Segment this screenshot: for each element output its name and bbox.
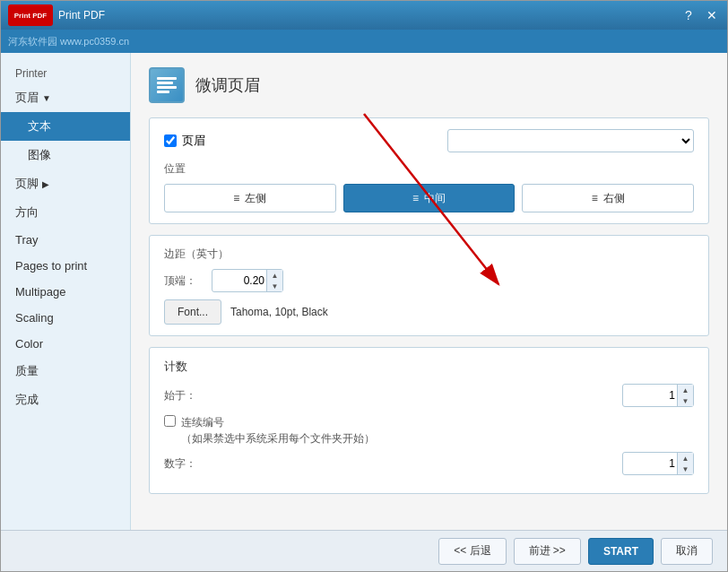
panel-header: 微调页眉 xyxy=(149,67,709,103)
help-button[interactable]: ? xyxy=(680,7,697,23)
top-spin-down[interactable]: ▼ xyxy=(266,281,282,291)
pos-center-icon: ≡ xyxy=(412,192,419,204)
sidebar-item-color-label: Color xyxy=(15,337,43,351)
number-spin-up[interactable]: ▲ xyxy=(677,453,693,464)
content-area: Printer 页眉 ▼ 文本 图像 页脚 ▶ 方向 Tray Page xyxy=(1,53,727,530)
sidebar-item-image-label: 图像 xyxy=(28,147,51,163)
watermark-bar: 河东软件园 www.pc0359.cn xyxy=(1,30,727,53)
sidebar-item-tray[interactable]: Tray xyxy=(1,227,130,253)
font-button[interactable]: Font... xyxy=(164,299,221,325)
continuous-note: （如果禁选中系统采用每个文件夹开始） xyxy=(181,430,375,446)
continuous-checkbox[interactable] xyxy=(164,415,176,427)
header-checkbox[interactable] xyxy=(164,134,177,147)
pos-left-icon: ≡ xyxy=(233,192,239,204)
start-input-wrap: ▲ ▼ xyxy=(622,384,694,407)
start-spin-down[interactable]: ▼ xyxy=(677,395,693,406)
continuous-checkbox-row: 连续编号 （如果禁选中系统采用每个文件夹开始） xyxy=(164,414,694,446)
bottom-bar: << 后退 前进 >> START 取消 xyxy=(1,530,727,571)
sidebar-item-footer-label: 页脚 xyxy=(15,176,39,192)
sidebar-item-header-label: 页眉 xyxy=(15,90,39,106)
icon-line-3 xyxy=(157,86,177,89)
top-input-wrap: ▲ ▼ xyxy=(212,269,283,292)
title-bar-controls: ? ✕ xyxy=(680,7,720,23)
sidebar-item-finish-label: 完成 xyxy=(15,392,39,408)
panel-icon-lines xyxy=(157,77,177,93)
panel-title: 微调页眉 xyxy=(195,74,260,96)
footer-arrow-icon: ▶ xyxy=(42,179,49,189)
count-section-box: 计数 始于： ▲ ▼ xyxy=(149,347,709,494)
continuous-labels: 连续编号 （如果禁选中系统采用每个文件夹开始） xyxy=(181,414,375,446)
sidebar: Printer 页眉 ▼ 文本 图像 页脚 ▶ 方向 Tray Page xyxy=(1,53,131,530)
app-logo: Print PDF xyxy=(8,4,53,26)
back-button[interactable]: << 后退 xyxy=(438,538,506,565)
close-button[interactable]: ✕ xyxy=(704,7,720,23)
number-spin-down[interactable]: ▼ xyxy=(677,464,693,474)
sidebar-item-text-label: 文本 xyxy=(28,118,51,134)
header-section-box: 页眉 位置 ≡ 左侧 xyxy=(149,117,709,224)
icon-line-2 xyxy=(157,82,173,84)
sidebar-item-text[interactable]: 文本 xyxy=(1,112,130,141)
sidebar-item-quality-label: 质量 xyxy=(15,363,39,379)
pos-right-label: 右侧 xyxy=(603,191,625,206)
header-checkbox-label[interactable]: 页眉 xyxy=(182,133,205,149)
sidebar-item-finish[interactable]: 完成 xyxy=(1,386,130,414)
header-arrow-icon: ▼ xyxy=(42,93,51,103)
header-checkbox-row: 页眉 xyxy=(164,129,694,152)
forward-button[interactable]: 前进 >> xyxy=(514,538,581,565)
margin-label: 边距（英寸） xyxy=(164,247,694,262)
start-spin-buttons: ▲ ▼ xyxy=(677,385,693,406)
top-spin-up[interactable]: ▲ xyxy=(266,270,282,281)
count-title: 计数 xyxy=(164,359,694,375)
watermark-text: 河东软件园 www.pc0359.cn xyxy=(8,35,129,48)
pos-right-icon: ≡ xyxy=(592,192,598,204)
sidebar-item-color[interactable]: Color xyxy=(1,331,130,357)
number-label: 数字： xyxy=(164,456,204,472)
title-bar: Print PDF Print PDF ? ✕ xyxy=(1,1,727,30)
start-button[interactable]: START xyxy=(588,538,654,565)
position-right-button[interactable]: ≡ 右侧 xyxy=(522,184,694,212)
start-spin-up[interactable]: ▲ xyxy=(677,385,693,395)
sidebar-item-image[interactable]: 图像 xyxy=(1,141,130,169)
position-label: 位置 xyxy=(164,161,694,177)
sidebar-item-scaling[interactable]: Scaling xyxy=(1,305,130,331)
font-display: Tahoma, 10pt, Black xyxy=(230,306,328,318)
position-left-button[interactable]: ≡ 左侧 xyxy=(164,184,336,212)
start-label: 始于： xyxy=(164,388,204,403)
icon-line-4 xyxy=(157,91,169,93)
header-dropdown[interactable] xyxy=(447,129,695,152)
sidebar-item-footer[interactable]: 页脚 ▶ xyxy=(1,169,130,198)
sidebar-item-direction[interactable]: 方向 xyxy=(1,198,130,227)
cancel-button[interactable]: 取消 xyxy=(661,538,713,565)
margin-section-box: 边距（英寸） 顶端： ▲ ▼ Font... xyxy=(149,235,709,336)
sidebar-item-pages[interactable]: Pages to print xyxy=(1,253,130,279)
title-bar-left: Print PDF Print PDF xyxy=(8,4,105,26)
main-window: Print PDF Print PDF ? ✕ 河东软件园 www.pc0359… xyxy=(0,0,728,572)
window-title: Print PDF xyxy=(58,9,105,22)
sidebar-item-pages-label: Pages to print xyxy=(15,259,87,273)
top-label: 顶端： xyxy=(164,273,204,289)
sidebar-item-direction-label: 方向 xyxy=(15,204,39,221)
sidebar-item-multipage[interactable]: Multipage xyxy=(1,279,130,305)
position-center-button[interactable]: ≡ 中间 xyxy=(343,184,516,212)
main-panel: 微调页眉 页眉 位置 xyxy=(131,53,727,530)
number-spin-buttons: ▲ ▼ xyxy=(677,453,693,474)
printer-label: Printer xyxy=(1,60,130,83)
sidebar-item-scaling-label: Scaling xyxy=(15,311,54,325)
pos-center-label: 中间 xyxy=(424,191,446,206)
font-row: Font... Tahoma, 10pt, Black xyxy=(164,299,694,325)
sidebar-item-header[interactable]: 页眉 ▼ xyxy=(1,83,130,112)
pos-left-label: 左侧 xyxy=(245,191,266,206)
sidebar-item-quality[interactable]: 质量 xyxy=(1,357,130,386)
number-row: 数字： ▲ ▼ xyxy=(164,452,694,475)
panel-icon xyxy=(149,67,185,103)
margin-top-row: 顶端： ▲ ▼ xyxy=(164,269,694,292)
position-row: ≡ 左侧 ≡ 中间 ≡ 右侧 xyxy=(164,184,694,212)
start-row: 始于： ▲ ▼ xyxy=(164,384,694,407)
main-wrapper: 微调页眉 页眉 位置 xyxy=(131,53,727,530)
sidebar-item-multipage-label: Multipage xyxy=(15,285,65,299)
number-input-wrap: ▲ ▼ xyxy=(622,452,694,475)
icon-line-1 xyxy=(157,77,177,80)
continuous-label: 连续编号 xyxy=(181,414,375,430)
sidebar-item-tray-label: Tray xyxy=(15,233,39,247)
top-spin-buttons: ▲ ▼ xyxy=(266,270,282,291)
